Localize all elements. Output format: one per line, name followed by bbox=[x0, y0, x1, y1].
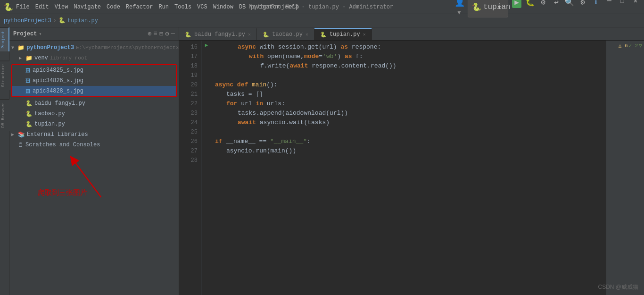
editor-area: 🐍 baidu fangyi.py ✕ 🐍 taobao.py ✕ 🐍 tupi… bbox=[179, 27, 644, 295]
tab-taobao[interactable]: 🐍 taobao.py ✕ bbox=[257, 28, 314, 40]
add-icon[interactable]: ⊕ bbox=[148, 30, 151, 38]
arrow-down-icon: ▼ bbox=[11, 45, 17, 51]
project-panel-actions[interactable]: ⊕ ≡ ⊟ ⚙ — bbox=[148, 30, 175, 38]
chevron-down-icon: ▾ bbox=[495, 2, 504, 12]
collapse-icon[interactable]: ⊟ bbox=[159, 30, 163, 38]
image-icon: 🖼 bbox=[25, 78, 31, 84]
settings-button[interactable]: ⚙ bbox=[578, 0, 587, 8]
menu-file[interactable]: File bbox=[16, 4, 30, 10]
menu-window[interactable]: Window bbox=[213, 4, 233, 10]
chevron-down-icon: ▾ bbox=[39, 31, 41, 37]
settings-icon[interactable]: ⚙ bbox=[165, 30, 169, 38]
tree-venv[interactable]: ▶ 📁 venv library root bbox=[9, 53, 179, 63]
close-tab-taobao[interactable]: ✕ bbox=[305, 32, 308, 37]
tab-baidu[interactable]: 🐍 baidu fangyi.py ✕ bbox=[179, 28, 257, 40]
tree-image-3[interactable]: 🖼 apic34828_s.jpg bbox=[12, 86, 176, 96]
menu-navigate[interactable]: Navigate bbox=[74, 4, 101, 10]
image-3-label: apic34828_s.jpg bbox=[33, 88, 83, 94]
arrow-right-icon: ▶ bbox=[19, 55, 25, 61]
run-config-label: tupian bbox=[483, 3, 493, 11]
tree-image-2[interactable]: 🖼 apic34826_s.jpg bbox=[12, 76, 176, 86]
menu-view[interactable]: View bbox=[55, 4, 68, 10]
python-icon: 🐍 bbox=[320, 32, 327, 38]
hide-icon[interactable]: — bbox=[171, 30, 175, 38]
project-tree: ▼ 📁 pythonProject3 E:\PycharmProjects\py… bbox=[9, 41, 179, 295]
tree-baidu[interactable]: ▶ 🐍 baidu fangyi.py bbox=[9, 98, 179, 109]
vtab-db-browser[interactable]: DB Browser bbox=[0, 99, 9, 131]
tree-external-libs[interactable]: ▶ 📚 External Libraries bbox=[9, 129, 179, 140]
window-controls[interactable]: 👤▾ 🐍 tupian ▾ ▶ 🐛 ⚙ ↩ 🔍 ⚙ ⬇ — ❐ ✕ bbox=[454, 0, 640, 17]
file-icon: 🐍 bbox=[58, 17, 66, 24]
menu-refactor[interactable]: Refactor bbox=[126, 4, 153, 10]
update-button[interactable]: ⬇ bbox=[591, 0, 601, 8]
menu-vcs[interactable]: VCS bbox=[197, 4, 207, 10]
project-label: Project bbox=[13, 31, 37, 37]
close-button[interactable]: ✕ bbox=[631, 0, 640, 17]
arrow-right-icon: ▶ bbox=[11, 132, 17, 137]
revert-button[interactable]: ↩ bbox=[552, 0, 561, 8]
folder-icon: 📁 bbox=[25, 55, 33, 62]
minimize-button[interactable]: — bbox=[604, 0, 614, 17]
menu-run[interactable]: Run bbox=[158, 4, 169, 10]
python-file-icon: 🐍 bbox=[25, 121, 33, 128]
taobao-label: taobao.py bbox=[34, 110, 65, 117]
maximize-button[interactable]: ❐ bbox=[618, 0, 627, 17]
project-panel-title: Project ▾ bbox=[13, 31, 41, 37]
tab-tupian[interactable]: 🐍 tupian.py ✕ bbox=[314, 28, 372, 40]
annotation-area: 爬取到三张图片 bbox=[9, 150, 179, 202]
debug-button[interactable]: 🐛 bbox=[525, 0, 535, 8]
editor-tab-bar: 🐍 baidu fangyi.py ✕ 🐍 taobao.py ✕ 🐍 tupi… bbox=[179, 27, 644, 41]
window-title: pythonProject3 - tupian.py - Administrat… bbox=[251, 4, 393, 10]
sync-icon[interactable]: ≡ bbox=[153, 30, 157, 38]
tab-tupian-label: tupian.py bbox=[330, 31, 360, 38]
breadcrumb: pythonProject3 › 🐍 tupian.py bbox=[4, 17, 98, 24]
python-file-icon: 🐍 bbox=[25, 110, 33, 118]
watermark: CSDN @威威猫 bbox=[598, 283, 638, 291]
tree-image-1[interactable]: 🖼 apic34825_s.jpg bbox=[12, 65, 176, 76]
tab-baidu-label: baidu fangyi.py bbox=[194, 31, 245, 38]
run-button[interactable]: ▶ bbox=[512, 0, 521, 8]
tree-root[interactable]: ▼ 📁 pythonProject3 E:\PycharmProjects\py… bbox=[9, 42, 179, 53]
project-panel-header: Project ▾ ⊕ ≡ ⊟ ⚙ — bbox=[9, 27, 179, 41]
tree-taobao[interactable]: ▶ 🐍 taobao.py bbox=[9, 109, 179, 119]
image-icon: 🖼 bbox=[25, 88, 31, 94]
vertical-sidebar: Project Structure DB Browser bbox=[0, 27, 9, 295]
vtab-project[interactable]: Project bbox=[0, 27, 9, 51]
right-gutter: △ 6 ✓ 2 ▽ bbox=[606, 41, 644, 295]
project-panel: Project ▾ ⊕ ≡ ⊟ ⚙ — ▼ 📁 pythonProject3 E… bbox=[9, 27, 179, 295]
search-everywhere-button[interactable]: 🔍 bbox=[565, 0, 574, 8]
library-icon: 📚 bbox=[18, 131, 25, 138]
run-config-dropdown[interactable]: 🐍 tupian ▾ bbox=[468, 0, 508, 17]
tab-taobao-label: taobao.py bbox=[272, 31, 303, 38]
menu-edit[interactable]: Edit bbox=[35, 4, 49, 10]
code-area: 16171819202122232425262728 ▶ async with … bbox=[179, 41, 644, 295]
python-icon: 🐍 bbox=[263, 32, 269, 38]
image-1-label: apic34825_s.jpg bbox=[33, 67, 83, 74]
tree-tupian[interactable]: ▶ 🐍 tupian.py bbox=[9, 119, 179, 129]
build-button[interactable]: ⚙ bbox=[538, 0, 548, 8]
account-icon[interactable]: 👤▾ bbox=[454, 0, 464, 17]
scroll-annotation: △ 6 ✓ 2 ▽ bbox=[619, 42, 642, 49]
menu-code[interactable]: Code bbox=[107, 4, 120, 10]
close-tab-tupian[interactable]: ✕ bbox=[363, 32, 366, 37]
image-icon: 🖼 bbox=[25, 67, 31, 74]
breadcrumb-separator: › bbox=[53, 17, 57, 24]
scratches-label: Scratches and Consoles bbox=[25, 142, 100, 148]
tree-root-label: pythonProject3 bbox=[26, 44, 74, 51]
baidu-label: baidu fangyi.py bbox=[34, 100, 85, 107]
vtab-structure[interactable]: Structure bbox=[0, 61, 9, 90]
annotation-text: 爬取到三张图片 bbox=[38, 188, 87, 197]
tupian-label: tupian.py bbox=[34, 121, 65, 127]
code-content[interactable]: async with session.get(url) as respone:w… bbox=[211, 41, 606, 295]
close-tab-baidu[interactable]: ✕ bbox=[248, 32, 251, 37]
root-path: E:\PycharmProjects\pythonProject3 bbox=[76, 45, 179, 51]
tree-scratches[interactable]: ▶ 🗒 Scratches and Consoles bbox=[9, 140, 179, 150]
highlighted-files-group: 🖼 apic34825_s.jpg 🖼 apic34826_s.jpg 🖼 ap… bbox=[11, 64, 177, 97]
scratch-icon: 🗒 bbox=[18, 142, 24, 149]
main-layout: Project Structure DB Browser Project ▾ ⊕… bbox=[0, 27, 644, 295]
menu-tools[interactable]: Tools bbox=[174, 4, 191, 10]
venv-label: venv bbox=[34, 55, 48, 61]
line-numbers: 16171819202122232425262728 bbox=[179, 41, 202, 295]
breadcrumb-project[interactable]: pythonProject3 bbox=[4, 17, 51, 24]
app-icon: 🐍 bbox=[4, 2, 13, 12]
